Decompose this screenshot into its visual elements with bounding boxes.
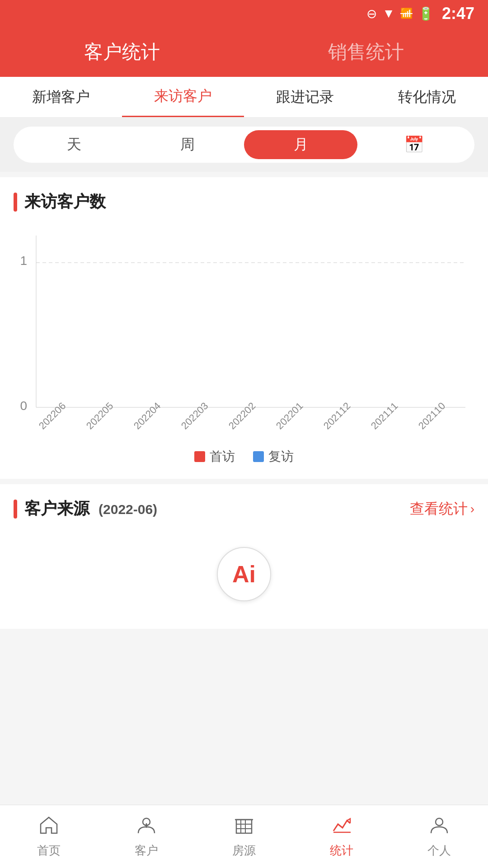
period-week-button[interactable]: 周 <box>131 130 244 159</box>
person-icon <box>429 815 450 839</box>
svg-text:202112: 202112 <box>321 400 353 432</box>
subtab-visiting-customers[interactable]: 来访客户 <box>122 77 244 117</box>
svg-text:202110: 202110 <box>416 400 448 432</box>
minus-circle-icon: ⊖ <box>366 6 377 21</box>
svg-text:0: 0 <box>20 399 27 413</box>
sub-tabs: 新增客户 来访客户 跟进记录 转化情况 <box>0 77 488 118</box>
title-bar-decoration <box>14 193 17 212</box>
chart-title-row: 来访客户数 <box>14 191 474 213</box>
nav-home[interactable]: 首页 <box>0 805 98 868</box>
legend-label-first: 首访 <box>210 448 235 465</box>
customer-icon <box>136 815 157 839</box>
wifi-icon: ▼ <box>382 6 395 21</box>
legend-dot-first <box>194 451 205 462</box>
legend-revisit: 复访 <box>253 448 294 465</box>
status-time: 2:47 <box>442 4 474 23</box>
status-icons: ⊖ ▼ 📶 🔋 <box>366 6 434 21</box>
svg-text:202206: 202206 <box>37 400 68 432</box>
chevron-right-icon: › <box>470 502 474 516</box>
svg-text:202204: 202204 <box>131 400 163 432</box>
ai-bubble[interactable]: Ai <box>217 547 271 601</box>
subtab-conversion[interactable]: 转化情况 <box>366 77 488 117</box>
period-month-button[interactable]: 月 <box>244 130 357 159</box>
source-title-row: 客户来源 (2022-06) <box>14 498 157 520</box>
nav-housing[interactable]: 房源 <box>195 805 293 868</box>
nav-housing-label: 房源 <box>232 843 256 859</box>
period-calendar-button[interactable]: 📅 <box>357 130 471 159</box>
source-title: 客户来源 (2022-06) <box>24 498 157 520</box>
chart-icon <box>331 815 352 839</box>
nav-home-label: 首页 <box>37 843 61 859</box>
period-selector: 天 周 月 📅 <box>0 118 488 172</box>
nav-stats[interactable]: 统计 <box>293 805 390 868</box>
tab-customer-stats[interactable]: 客户统计 <box>0 39 244 65</box>
nav-personal[interactable]: 个人 <box>390 805 488 868</box>
source-title-bar <box>14 500 17 519</box>
building-icon <box>234 815 254 839</box>
ai-label: Ai <box>232 561 256 588</box>
status-bar: ⊖ ▼ 📶 🔋 2:47 <box>0 0 488 27</box>
nav-stats-label: 统计 <box>330 843 353 859</box>
tab-sales-stats[interactable]: 销售统计 <box>244 39 488 65</box>
chart-title: 来访客户数 <box>24 191 106 213</box>
period-day-button[interactable]: 天 <box>17 130 131 159</box>
signal-icon: 📶 <box>400 8 413 19</box>
svg-text:202111: 202111 <box>369 400 400 432</box>
source-section: 客户来源 (2022-06) 查看统计 › Ai <box>0 484 488 629</box>
nav-personal-label: 个人 <box>427 843 451 859</box>
battery-icon: 🔋 <box>418 6 434 21</box>
period-pill: 天 周 月 📅 <box>14 127 474 163</box>
view-stats-label: 查看统计 <box>410 499 468 519</box>
svg-point-24 <box>436 818 443 826</box>
subtab-followup[interactable]: 跟进记录 <box>244 77 366 117</box>
legend-first-visit: 首访 <box>194 448 235 465</box>
svg-text:202203: 202203 <box>179 400 211 432</box>
svg-rect-17 <box>236 820 252 833</box>
svg-text:202205: 202205 <box>84 400 116 432</box>
svg-text:1: 1 <box>20 254 27 268</box>
bottom-nav: 首页 客户 房源 <box>0 805 488 868</box>
chart-section: 来访客户数 1 0 202206 202205 202204 202203 20… <box>0 177 488 479</box>
svg-text:202202: 202202 <box>226 400 258 432</box>
view-stats-button[interactable]: 查看统计 › <box>410 499 474 519</box>
nav-customer-label: 客户 <box>135 843 158 859</box>
subtab-new-customers[interactable]: 新增客户 <box>0 77 122 117</box>
header-tabs: 客户统计 销售统计 <box>0 27 488 77</box>
chart-legend: 首访 复访 <box>14 448 474 470</box>
chart-svg: 1 0 202206 202205 202204 202203 202202 2… <box>14 226 474 443</box>
source-header: 客户来源 (2022-06) 查看统计 › <box>14 498 474 520</box>
calendar-icon: 📅 <box>404 135 424 154</box>
nav-customer[interactable]: 客户 <box>98 805 195 868</box>
source-title-text: 客户来源 <box>24 499 89 518</box>
source-period: (2022-06) <box>99 502 157 517</box>
legend-label-revisit: 复访 <box>268 448 294 465</box>
legend-dot-revisit <box>253 451 264 462</box>
svg-text:202201: 202201 <box>274 400 305 432</box>
chart-container: 1 0 202206 202205 202204 202203 202202 2… <box>14 226 474 443</box>
home-icon <box>38 815 59 839</box>
